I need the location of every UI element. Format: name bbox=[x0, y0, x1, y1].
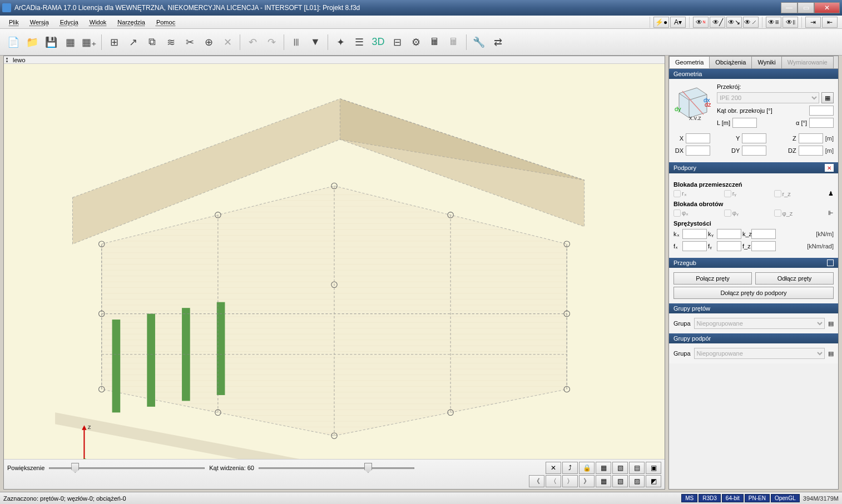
zoom-slider[interactable] bbox=[49, 463, 205, 473]
new-file-icon[interactable]: 📄 bbox=[4, 33, 22, 51]
nav-next-icon[interactable]: 〉 bbox=[562, 475, 578, 487]
settings-icon[interactable]: ⚙ bbox=[407, 33, 425, 51]
phiz-check[interactable] bbox=[774, 209, 781, 217]
polacz-prety-button[interactable]: Połącz pręty bbox=[673, 272, 752, 285]
odlacz-prety-button[interactable]: Odłącz pręty bbox=[755, 272, 834, 285]
przekroj-select[interactable]: IPE 200 bbox=[717, 92, 819, 103]
dolacz-prety-button[interactable]: Dołącz pręty do podpory bbox=[673, 287, 834, 299]
collapse-icon[interactable]: ⇥ bbox=[805, 17, 821, 28]
DX-input[interactable] bbox=[686, 146, 710, 156]
panel-icon[interactable]: ⊞ bbox=[105, 33, 123, 51]
wrench-icon[interactable]: 🔧 bbox=[470, 33, 488, 51]
L-input[interactable] bbox=[732, 118, 757, 128]
maximize-button[interactable]: ▭ bbox=[798, 2, 814, 13]
phix-check[interactable] bbox=[673, 209, 681, 217]
transfer-icon[interactable]: ⇄ bbox=[489, 33, 507, 51]
grid-copy-icon[interactable]: ▦₊ bbox=[80, 33, 98, 51]
undo-icon[interactable]: ↶ bbox=[244, 33, 261, 51]
grupy-pretow-edit-icon[interactable]: ▤ bbox=[828, 320, 834, 327]
expand-icon[interactable]: ⇤ bbox=[822, 17, 838, 28]
eye-axis-icon[interactable]: 👁╱ bbox=[710, 17, 725, 28]
vp-view2-icon[interactable]: ▧ bbox=[612, 462, 628, 474]
support-type-icon[interactable]: ♟ bbox=[828, 190, 834, 197]
przekroj-edit-icon[interactable]: ▦ bbox=[821, 92, 834, 103]
ky-input[interactable] bbox=[717, 229, 741, 239]
fz-input[interactable] bbox=[751, 241, 776, 251]
fx-input[interactable] bbox=[682, 241, 707, 251]
menu-edycja[interactable]: Edycja bbox=[56, 18, 83, 27]
nav-add-icon[interactable]: ▦ bbox=[596, 475, 611, 487]
podpory-clear-icon[interactable]: ✕ bbox=[825, 164, 834, 172]
Y-input[interactable] bbox=[742, 133, 766, 143]
fy-input[interactable] bbox=[717, 241, 741, 251]
vp-fit-icon[interactable]: ✕ bbox=[546, 462, 561, 474]
eye-x-icon[interactable]: 👁↘ bbox=[726, 17, 742, 28]
save-icon[interactable]: 💾 bbox=[42, 33, 60, 51]
cut-icon[interactable]: ✂ bbox=[181, 33, 199, 51]
delete-icon[interactable]: ✕ bbox=[219, 33, 236, 51]
X-input[interactable] bbox=[686, 133, 710, 143]
eye-normal-icon[interactable]: 👁N bbox=[693, 17, 709, 28]
kat-obr-input[interactable] bbox=[809, 106, 834, 116]
calculator-icon[interactable]: 🖩 bbox=[426, 33, 444, 51]
nav-b1-icon[interactable]: ▧ bbox=[612, 475, 628, 487]
rx-check[interactable] bbox=[673, 190, 681, 197]
viewport-handle-icon[interactable] bbox=[6, 57, 11, 63]
alpha-input[interactable] bbox=[809, 118, 834, 128]
minimize-button[interactable]: — bbox=[781, 2, 798, 13]
rz-check[interactable] bbox=[774, 190, 781, 197]
phiy-check[interactable] bbox=[724, 209, 731, 217]
measure-icon[interactable]: ✦ bbox=[331, 33, 349, 51]
menu-narzedzia[interactable]: Narzędzia bbox=[113, 18, 150, 27]
Z-input[interactable] bbox=[799, 133, 823, 143]
menu-wersja[interactable]: Wersja bbox=[26, 18, 53, 27]
vp-lock-icon[interactable]: 🔒 bbox=[579, 462, 595, 474]
grupy-pretow-select[interactable]: Niepogrupowane bbox=[694, 318, 825, 329]
grupy-podpor-edit-icon[interactable]: ▤ bbox=[828, 350, 834, 357]
letter-a-btn[interactable]: A▾ bbox=[670, 17, 686, 28]
przegub-toggle-icon[interactable] bbox=[827, 260, 834, 266]
nav-b2-icon[interactable]: ▨ bbox=[629, 475, 645, 487]
fov-slider[interactable] bbox=[259, 463, 414, 473]
tab-wyniki[interactable]: Wyniki bbox=[751, 56, 781, 68]
eye-angle-icon[interactable]: 👁⟋ bbox=[743, 17, 759, 28]
viewport-header[interactable]: lewo bbox=[4, 56, 665, 64]
tab-geometria[interactable]: Geometria bbox=[669, 56, 710, 68]
close-button[interactable]: ✕ bbox=[814, 2, 840, 13]
kx-input[interactable] bbox=[682, 229, 707, 239]
redo-icon[interactable]: ↷ bbox=[262, 33, 280, 51]
load-icon[interactable]: ≋ bbox=[162, 33, 180, 51]
3d-icon[interactable]: 3D bbox=[369, 33, 387, 51]
ry-check[interactable] bbox=[724, 190, 731, 197]
vp-view1-icon[interactable]: ▦ bbox=[596, 462, 611, 474]
list-icon[interactable]: ☰ bbox=[350, 33, 368, 51]
menu-widok[interactable]: Widok bbox=[85, 18, 111, 27]
vp-view3-icon[interactable]: ▤ bbox=[629, 462, 645, 474]
add-node-icon[interactable]: ⊕ bbox=[200, 33, 217, 51]
copy-panel-icon[interactable]: ⧉ bbox=[143, 33, 161, 51]
3d-viewport[interactable]: z x y bbox=[4, 64, 665, 459]
menu-plik[interactable]: Plik bbox=[4, 18, 23, 27]
grupy-podpor-select[interactable]: Niepogrupowane bbox=[694, 348, 825, 359]
menu-pomoc[interactable]: Pomoc bbox=[152, 18, 180, 27]
eye-tri-icon[interactable]: 👁⫴ bbox=[782, 17, 798, 28]
kz-input[interactable] bbox=[751, 229, 776, 239]
axis-icon[interactable]: ↗ bbox=[124, 33, 142, 51]
nav-left-icon[interactable]: 《 bbox=[529, 475, 544, 487]
calc2-icon[interactable]: 🖩 bbox=[445, 33, 463, 51]
DZ-input[interactable] bbox=[799, 146, 823, 156]
vp-home-icon[interactable]: ⤴ bbox=[562, 462, 578, 474]
vp-view4-icon[interactable]: ▣ bbox=[646, 462, 661, 474]
filter-icon[interactable]: ▼ bbox=[306, 33, 324, 51]
tab-wymiarowanie[interactable]: Wymiarowanie bbox=[781, 56, 834, 68]
table-icon[interactable]: ⊟ bbox=[388, 33, 406, 51]
tab-obciazenia[interactable]: Obciążenia bbox=[709, 56, 752, 68]
rotation-icon[interactable]: ⊩ bbox=[828, 209, 834, 217]
columns-icon[interactable]: ⫼ bbox=[288, 33, 305, 51]
grid-icon[interactable]: ▦ bbox=[61, 33, 79, 51]
open-file-icon[interactable]: 📁 bbox=[23, 33, 41, 51]
eye-list-icon[interactable]: 👁≡ bbox=[766, 17, 781, 28]
DY-input[interactable] bbox=[742, 146, 766, 156]
nav-b3-icon[interactable]: ◩ bbox=[646, 475, 661, 487]
nav-right-icon[interactable]: 》 bbox=[579, 475, 595, 487]
